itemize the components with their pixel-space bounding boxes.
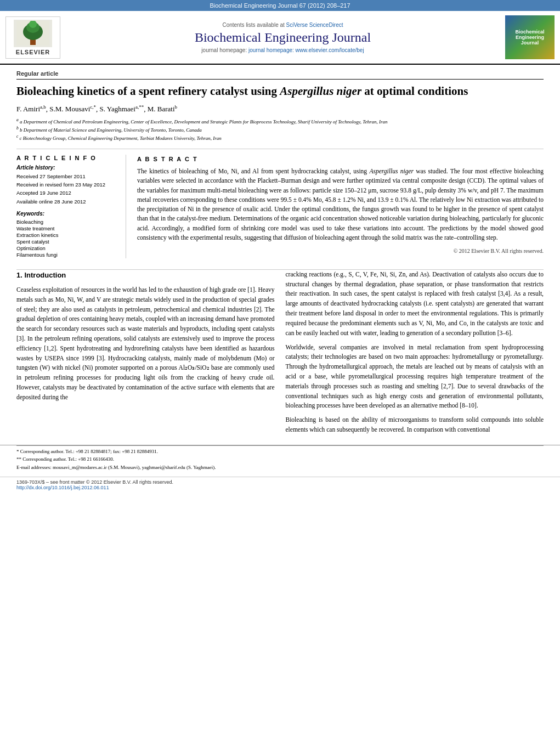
main-content: 1. Introduction Ceaseless exploitation o… — [0, 270, 560, 439]
elsevier-tree-image — [14, 20, 52, 47]
affiliation-c: c c Biotechnology Group, Chemical Engine… — [16, 134, 544, 141]
right-column-abstract: A B S T R A C T The kinetics of bioleach… — [126, 155, 544, 258]
elsevier-logo: ELSEVIER — [5, 16, 60, 59]
content-left-col: 1. Introduction Ceaseless exploitation o… — [16, 270, 275, 439]
keyword-3: Extraction kinetics — [16, 232, 118, 238]
doi-link[interactable]: http://dx.doi.org/10.1016/j.bej.2012.06.… — [16, 485, 109, 490]
keyword-6: Filamentous fungi — [16, 252, 118, 258]
journal-logo-text: Biochemical Engineering Journal — [508, 29, 552, 46]
journal-logo-right: Biochemical Engineering Journal — [505, 15, 555, 59]
keyword-2: Waste treatment — [16, 225, 118, 231]
top-bar: Biochemical Engineering Journal 67 (2012… — [0, 0, 560, 11]
section-1-title: 1. Introduction — [16, 270, 275, 281]
authors-line: F. Amiria,b, S.M. Mousavic,*, S. Yaghmae… — [16, 104, 544, 114]
article-type-label: Regular article — [16, 70, 544, 80]
received-date: Received 27 September 2011 — [16, 173, 118, 180]
available-online-date: Available online 28 June 2012 — [16, 198, 118, 205]
elsevier-wordmark: ELSEVIER — [16, 49, 50, 55]
intro-paragraph-3: Worldwide, several companies are involve… — [286, 343, 544, 411]
keyword-4: Spent catalyst — [16, 239, 118, 245]
journal-header-center: Contents lists available at SciVerse Sci… — [60, 22, 505, 53]
copyright-line: © 2012 Elsevier B.V. All rights reserved… — [137, 247, 544, 255]
article-info-title: A R T I C L E I N F O — [16, 155, 118, 161]
footnote-email: E-mail addresses: mousavi_m@modares.ac.i… — [16, 464, 544, 471]
journal-citation: Biochemical Engineering Journal 67 (2012… — [210, 2, 350, 9]
keywords-label: Keywords: — [16, 211, 118, 217]
intro-paragraph-1: Ceaseless exploitation of resources in t… — [16, 285, 275, 403]
affiliation-a: a a Department of Chemical and Petroleum… — [16, 117, 544, 125]
footnote-divider — [16, 445, 544, 446]
intro-paragraph-4: Bioleaching is based on the ability of m… — [286, 415, 544, 435]
homepage-link[interactable]: journal homepage: www.elsevier.com/locat… — [248, 47, 364, 53]
left-column: A R T I C L E I N F O Article history: R… — [16, 155, 126, 258]
abstract-title: A B S T R A C T — [137, 155, 544, 164]
header-section: ELSEVIER Contents lists available at Sci… — [0, 11, 560, 65]
bottom-bar: 1369-703X/$ – see front matter © 2012 El… — [0, 477, 560, 493]
received-revised-date: Received in revised form 23 May 2012 — [16, 181, 118, 188]
abstract-text: The kinetics of bioleaching of Mo, Ni, a… — [137, 167, 544, 242]
footnotes: * Corresponding author. Tel.: +98 21 828… — [0, 445, 560, 471]
intro-paragraph-2: cracking reactions (e.g., S, C, V, Fe, N… — [286, 270, 544, 338]
keyword-1: Bioleaching — [16, 219, 118, 225]
issn-text: 1369-703X/$ – see front matter © 2012 El… — [16, 479, 173, 485]
article-main-title: Bioleaching kinetics of a spent refinery… — [16, 84, 544, 99]
footnote-corresponding-2: ** Corresponding author. Tel.: +98 21 66… — [16, 456, 544, 463]
affiliation-b: b b Department of Material Science and E… — [16, 126, 544, 133]
sciverse-line: Contents lists available at SciVerse Sci… — [71, 22, 494, 28]
keyword-5: Optimization — [16, 245, 118, 251]
accepted-date: Accepted 19 June 2012 — [16, 189, 118, 196]
two-col-info: A R T I C L E I N F O Article history: R… — [16, 149, 544, 258]
homepage-line: journal homepage: journal homepage: www.… — [71, 47, 494, 53]
history-label: Article history: — [16, 165, 118, 171]
sciverse-link[interactable]: SciVerse ScienceDirect — [286, 22, 343, 28]
homepage-label: journal homepage: — [201, 47, 248, 53]
journal-title-header: Biochemical Engineering Journal — [71, 30, 494, 45]
article-body: Regular article Bioleaching kinetics of … — [0, 65, 560, 269]
footnote-corresponding-1: * Corresponding author. Tel.: +98 21 828… — [16, 448, 544, 455]
content-right-col: cracking reactions (e.g., S, C, V, Fe, N… — [286, 270, 544, 439]
